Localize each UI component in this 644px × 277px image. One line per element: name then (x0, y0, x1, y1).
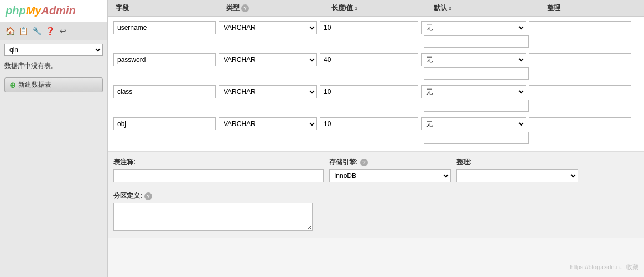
logo-area: phpMyAdmin (0, 0, 107, 22)
table-row: INTVARCHARTEXTDATEDATETIMEFLOATDOUBLETIN… (113, 85, 638, 98)
table-header: 字段 类型 ? 长度/值 1 默认 2 整理 (108, 0, 644, 17)
watermark: https://blog.csdn.n... 收藏 (570, 263, 638, 271)
field-extra-row (113, 100, 638, 112)
field-default-select[interactable]: 无NULLCURRENT_TIMESTAMP自定义 (421, 117, 526, 130)
no-table-message: 数据库中没有表。 (0, 59, 107, 73)
logo-admin: Admin (41, 4, 75, 17)
partition-textarea[interactable] (113, 203, 313, 231)
field-name-input[interactable] (113, 117, 216, 130)
db-selector: qin (0, 40, 107, 59)
plus-icon: ⊕ (9, 81, 16, 90)
field-name-input[interactable] (113, 53, 216, 66)
table-row: INTVARCHARTEXTDATEDATETIMEFLOATDOUBLETIN… (113, 21, 638, 34)
field-extra-row (113, 132, 638, 144)
field-default-select[interactable]: 无NULLCURRENT_TIMESTAMP自定义 (421, 85, 526, 98)
field-extra-input[interactable] (424, 132, 529, 144)
field-default-select[interactable]: 无NULLCURRENT_TIMESTAMP自定义 (421, 21, 526, 34)
field-collation-input[interactable] (529, 117, 631, 130)
logo-my: My (26, 4, 41, 17)
sql-icon[interactable]: 🔧 (31, 25, 42, 36)
help-icon[interactable]: ❓ (44, 25, 55, 36)
header-default: 默认 2 (432, 3, 545, 13)
field-collation-input[interactable] (529, 53, 631, 66)
header-collation: 整理 (545, 3, 644, 13)
db-select[interactable]: qin (4, 44, 103, 56)
fields-table: 字段 类型 ? 长度/值 1 默认 2 整理 (108, 0, 644, 238)
storage-engine-section: 存储引擎: ? InnoDB MyISAM MEMORY (329, 158, 451, 182)
field-length-input[interactable] (320, 21, 418, 34)
field-length-input[interactable] (320, 117, 418, 130)
storage-info-icon[interactable]: ? (360, 159, 368, 166)
field-name-input[interactable] (113, 21, 216, 34)
default-sup: 2 (449, 6, 451, 11)
refresh-icon[interactable]: ↩ (58, 25, 69, 36)
logo-php: php (6, 4, 26, 17)
sidebar: phpMyAdmin 🏠 📋 🔧 ❓ ↩ qin 数据库中没有表。 ⊕ 新建数据… (0, 0, 108, 277)
header-field: 字段 (113, 3, 224, 13)
new-table-button[interactable]: ⊕ 新建数据表 (4, 77, 103, 92)
field-extra-input[interactable] (424, 100, 529, 112)
field-type-select[interactable]: INTVARCHARTEXTDATEDATETIMEFLOATDOUBLETIN… (219, 21, 317, 34)
field-type-select[interactable]: INTVARCHARTEXTDATEDATETIMEFLOATDOUBLETIN… (219, 85, 317, 98)
home-icon[interactable]: 🏠 (4, 25, 15, 36)
field-default-select[interactable]: 无NULLCURRENT_TIMESTAMP自定义 (421, 53, 526, 66)
field-rows-container: INTVARCHARTEXTDATEDATETIMEFLOATDOUBLETIN… (108, 17, 644, 151)
partition-section: 分区定义: ? (108, 188, 644, 238)
bottom-grid: 表注释: 存储引擎: ? InnoDB MyISAM MEMORY (113, 158, 638, 182)
partition-info-icon[interactable]: ? (144, 192, 152, 200)
table-row: INTVARCHARTEXTDATEDATETIMEFLOATDOUBLETIN… (113, 117, 638, 130)
field-name-input[interactable] (113, 85, 216, 98)
field-collation-input[interactable] (529, 85, 631, 98)
table-comment-input[interactable] (113, 169, 324, 182)
storage-engine-select[interactable]: InnoDB MyISAM MEMORY (329, 169, 451, 182)
field-collation-input[interactable] (529, 21, 631, 34)
type-info-icon[interactable]: ? (241, 4, 249, 12)
db-icon[interactable]: 📋 (18, 25, 29, 36)
new-table-label: 新建数据表 (18, 80, 51, 90)
table-comment-section: 表注释: (113, 158, 324, 182)
length-sup: 1 (355, 6, 357, 11)
header-type: 类型 ? (224, 3, 329, 13)
partition-label: 分区定义: ? (113, 191, 638, 201)
storage-engine-label: 存储引擎: ? (329, 158, 451, 167)
header-length: 长度/值 1 (329, 3, 432, 13)
field-type-select[interactable]: INTVARCHARTEXTDATEDATETIMEFLOATDOUBLETIN… (219, 53, 317, 66)
field-extra-row (113, 35, 638, 48)
field-extra-input[interactable] (424, 35, 529, 48)
table-comment-label: 表注释: (113, 158, 324, 167)
field-type-select[interactable]: INTVARCHARTEXTDATEDATETIMEFLOATDOUBLETIN… (219, 117, 317, 130)
collation-bottom-label: 整理: (456, 158, 578, 167)
table-row: INTVARCHARTEXTDATEDATETIMEFLOATDOUBLETIN… (113, 53, 638, 66)
main-content: 字段 类型 ? 长度/值 1 默认 2 整理 (108, 0, 644, 277)
field-extra-row (113, 67, 638, 80)
field-extra-input[interactable] (424, 67, 529, 80)
field-length-input[interactable] (320, 85, 418, 98)
bottom-section: 表注释: 存储引擎: ? InnoDB MyISAM MEMORY (108, 151, 644, 188)
collation-select[interactable]: utf8_general_ci utf8mb4_general_ci (456, 169, 578, 182)
logo: phpMyAdmin (6, 4, 76, 17)
toolbar: 🏠 📋 🔧 ❓ ↩ (0, 22, 107, 40)
collation-section: 整理: utf8_general_ci utf8mb4_general_ci (456, 158, 578, 182)
field-length-input[interactable] (320, 53, 418, 66)
